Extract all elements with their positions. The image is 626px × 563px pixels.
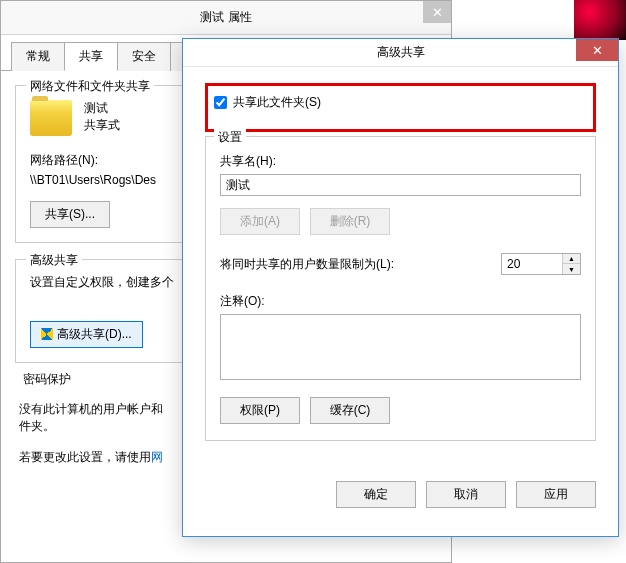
notes-textarea[interactable] — [220, 314, 581, 380]
cache-button[interactable]: 缓存(C) — [310, 397, 390, 424]
share-state: 共享式 — [84, 117, 120, 134]
folder-name: 测试 — [84, 100, 120, 117]
cancel-button[interactable]: 取消 — [426, 481, 506, 508]
share-name-label: 共享名(H): — [220, 153, 581, 170]
share-folder-label: 共享此文件夹(S) — [233, 94, 321, 111]
settings-fieldset: 设置 共享名(H): 添加(A) 删除(R) 将同时共享的用户数量限制为(L):… — [205, 136, 596, 441]
share-button[interactable]: 共享(S)... — [30, 201, 110, 228]
adv-titlebar[interactable]: 高级共享 ✕ — [183, 39, 618, 67]
notes-label: 注释(O): — [220, 293, 581, 310]
desktop-background — [574, 0, 626, 40]
highlight-annotation: 共享此文件夹(S) — [205, 83, 596, 132]
user-limit-input[interactable] — [502, 254, 562, 274]
fieldset-legend: 设置 — [214, 129, 246, 146]
shield-icon — [41, 328, 53, 340]
user-limit-spinner[interactable]: ▲ ▼ — [501, 253, 581, 275]
ok-button[interactable]: 确定 — [336, 481, 416, 508]
share-name-input[interactable] — [220, 174, 581, 196]
spinner-buttons: ▲ ▼ — [562, 254, 580, 274]
dialog-footer: 确定 取消 应用 — [183, 467, 618, 522]
permissions-button[interactable]: 权限(P) — [220, 397, 300, 424]
spinner-up-icon[interactable]: ▲ — [563, 254, 580, 264]
close-icon[interactable]: ✕ — [423, 1, 451, 23]
share-folder-checkbox[interactable] — [214, 96, 227, 109]
perm-cache-row: 权限(P) 缓存(C) — [220, 397, 581, 424]
user-limit-row: 将同时共享的用户数量限制为(L): ▲ ▼ — [220, 253, 581, 275]
share-folder-checkbox-row[interactable]: 共享此文件夹(S) — [208, 86, 593, 119]
add-remove-row: 添加(A) 删除(R) — [220, 208, 581, 235]
group-label-adv: 高级共享 — [26, 252, 82, 269]
advanced-sharing-dialog: 高级共享 ✕ 共享此文件夹(S) 设置 共享名(H): 添加(A) 删除(R) … — [182, 38, 619, 537]
adv-body: 共享此文件夹(S) 设置 共享名(H): 添加(A) 删除(R) 将同时共享的用… — [183, 67, 618, 467]
spinner-down-icon[interactable]: ▼ — [563, 264, 580, 274]
folder-icon — [30, 100, 72, 136]
advanced-share-button[interactable]: 高级共享(D)... — [30, 321, 143, 348]
group-label: 网络文件和文件夹共享 — [26, 78, 154, 95]
close-icon[interactable]: ✕ — [576, 39, 618, 61]
tab-sharing[interactable]: 共享 — [64, 42, 118, 71]
tab-general[interactable]: 常规 — [11, 42, 65, 71]
add-button[interactable]: 添加(A) — [220, 208, 300, 235]
user-limit-label: 将同时共享的用户数量限制为(L): — [220, 256, 394, 273]
adv-title-text: 高级共享 — [377, 44, 425, 61]
apply-button[interactable]: 应用 — [516, 481, 596, 508]
properties-titlebar[interactable]: 测试 属性 ✕ — [1, 1, 451, 35]
properties-title-text: 测试 属性 — [200, 9, 251, 26]
group-label-pw: 密码保护 — [19, 371, 75, 388]
remove-button[interactable]: 删除(R) — [310, 208, 390, 235]
tab-security[interactable]: 安全 — [117, 42, 171, 71]
network-center-link[interactable]: 网 — [151, 450, 163, 464]
